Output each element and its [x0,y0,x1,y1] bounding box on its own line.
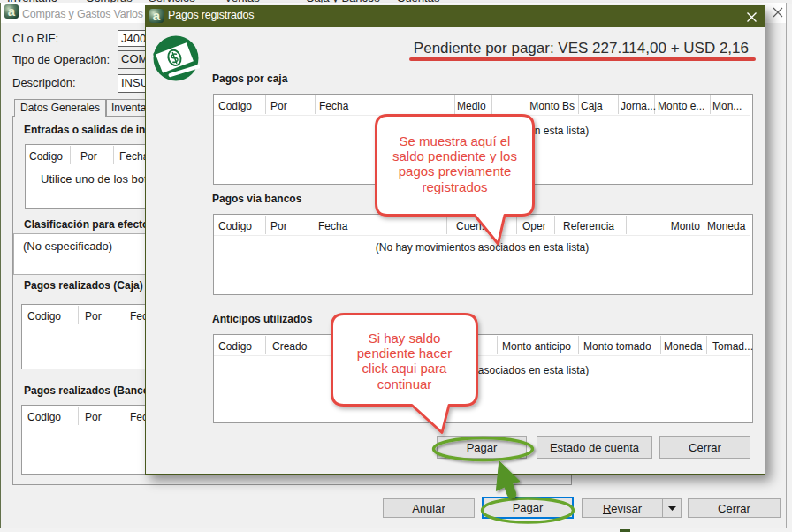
svg-text:Caja y Bancos: Caja y Bancos [306,0,380,4]
svg-text:Inventario: Inventario [7,0,57,4]
svg-text:Ventas: Ventas [225,0,260,4]
svg-text:Cuentas: Cuentas [397,0,440,4]
svg-text:Compras: Compras [86,0,133,4]
svg-text:Servicios: Servicios [148,0,195,4]
